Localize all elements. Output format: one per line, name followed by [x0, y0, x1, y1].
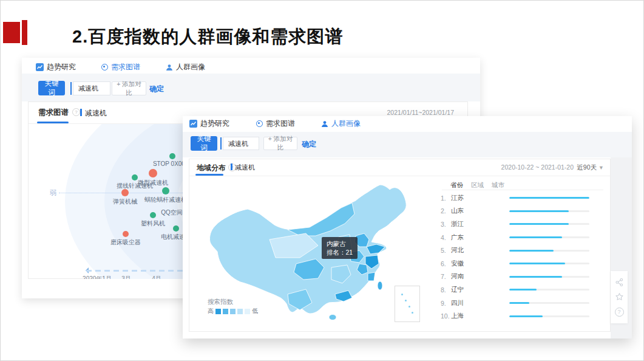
bar-track: [509, 223, 589, 225]
legend-high-label: 高: [208, 307, 214, 315]
tab-underline: [37, 122, 69, 123]
x-tick-label: 2020年1月: [83, 275, 112, 279]
ranking-row[interactable]: 10.上海: [441, 309, 606, 323]
bar-track: [509, 236, 589, 238]
province-name: 江苏: [451, 194, 509, 202]
confirm-link[interactable]: 确定: [302, 139, 316, 150]
add-compare-button[interactable]: + 添加对比: [263, 137, 297, 150]
rank-number: 2.: [441, 207, 451, 215]
nav-crowd-portrait[interactable]: 人群画像: [321, 119, 361, 129]
keyword-button[interactable]: 关键词: [38, 81, 65, 95]
keyword-button[interactable]: 关键词: [191, 136, 217, 151]
legend-swatch: [230, 309, 236, 314]
legend-swatch: [215, 309, 221, 314]
card-header: 地域分布 ? 减速机 2020-10-22 ~ 2021-01-20 | 近90…: [189, 159, 610, 176]
nav-label: 人群画像: [176, 62, 205, 72]
region-tab-城市[interactable]: 城市: [492, 181, 504, 190]
keyword-bar: 关键词 + 添加对比 确定: [22, 74, 480, 101]
red-accent-bar: [22, 20, 27, 45]
legend-swatch: [245, 309, 250, 314]
province-name: 上海: [451, 312, 509, 320]
period-dropdown[interactable]: 近90天: [577, 163, 597, 172]
chevron-down-icon[interactable]: ▾: [600, 163, 603, 171]
ranking-row[interactable]: 2.山东: [441, 205, 606, 218]
person-icon: [321, 120, 328, 128]
date-range: 2020-10-22 ~ 2021-01-20: [501, 163, 574, 171]
bar-fill: [509, 315, 543, 317]
nav-label: 趋势研究: [47, 62, 76, 72]
ranking-row[interactable]: 3.浙江: [441, 218, 606, 231]
tab-demand-graph[interactable]: 需求图谱: [38, 108, 69, 118]
rank-number: 10.: [441, 312, 451, 320]
nav-demand-graph[interactable]: 需求图谱: [256, 119, 295, 129]
trend-chart-icon: [189, 120, 197, 128]
keyword-input[interactable]: [73, 81, 110, 95]
add-compare-button[interactable]: + 添加对比: [112, 81, 146, 95]
south-china-sea-inset: [395, 286, 420, 322]
ranking-row[interactable]: 5.河北: [441, 244, 606, 257]
nav-crowd-portrait[interactable]: 人群画像: [166, 62, 205, 72]
bar-fill: [509, 302, 529, 304]
region-tab-省份[interactable]: 省份: [450, 181, 463, 190]
rank-number: 6.: [441, 260, 451, 267]
ranking-row[interactable]: 6.安徽: [441, 257, 606, 270]
red-accent-block: [3, 22, 20, 43]
series-label: 减速机: [235, 163, 255, 172]
rank-number: 4.: [441, 234, 451, 241]
ranking-row[interactable]: 9.四川: [441, 297, 606, 310]
rank-number: 8.: [441, 286, 451, 294]
bar-track: [509, 315, 589, 317]
bar-fill: [509, 276, 562, 278]
region-distribution-card: 地域分布 ? 减速机 2020-10-22 ~ 2021-01-20 | 近90…: [189, 159, 611, 332]
share-icon[interactable]: [615, 278, 624, 287]
map-tooltip: 内蒙古 排名：21: [322, 237, 358, 259]
nav-trend-research[interactable]: 趋势研究: [36, 62, 76, 72]
keyword-bar: 关键词 + 添加对比 确定: [183, 132, 632, 157]
nav-label: 人群画像: [331, 119, 361, 129]
bar-fill: [509, 236, 562, 238]
star-icon[interactable]: [615, 292, 624, 301]
tab-underline: [195, 174, 223, 176]
province-ranking-list: 1.江苏2.山东3.浙江4.广东5.河北6.安徽7.河南8.辽宁9.四川10.上…: [441, 191, 606, 323]
nav-label: 需求图谱: [266, 119, 295, 129]
info-icon[interactable]: ?: [72, 108, 80, 116]
region-tab-区域[interactable]: 区域: [471, 181, 484, 190]
series-color-bar: [231, 163, 232, 170]
map-legend-title: 搜索指数: [208, 298, 233, 306]
province-name: 辽宁: [451, 286, 509, 294]
province-name: 山东: [451, 207, 509, 215]
bar-fill: [509, 197, 589, 199]
rank-number: 1.: [441, 194, 451, 202]
bar-fill: [509, 210, 569, 212]
confirm-link[interactable]: 确定: [149, 84, 164, 94]
bar-fill: [509, 250, 554, 252]
tab-region-distribution[interactable]: 地域分布: [197, 163, 226, 173]
date-range: 2021/01/11~2021/01/17: [387, 109, 454, 116]
slide: 2.百度指数的人群画像和需求图谱 趋势研究 需求图谱 人群画像 关键词 + 添加…: [0, 0, 644, 361]
bar-fill: [509, 263, 565, 264]
nav-demand-graph[interactable]: 需求图谱: [101, 62, 140, 72]
rank-number: 7.: [441, 273, 451, 280]
nav-label: 需求图谱: [111, 62, 140, 72]
x-tick-label: 4月: [152, 275, 161, 279]
ranking-row[interactable]: 4.广东: [441, 231, 606, 244]
province-name: 河北: [451, 246, 509, 255]
keyword-input[interactable]: [223, 137, 259, 150]
ranking-row[interactable]: 7.河南: [441, 270, 606, 284]
bar-track: [509, 210, 589, 212]
bar-track: [509, 289, 589, 291]
bar-track: [509, 197, 589, 199]
legend-swatch: [223, 309, 228, 314]
nav-label: 趋势研究: [200, 119, 229, 129]
keyword-accent: [70, 82, 72, 95]
province-zhejiang: [368, 272, 375, 281]
province-taiwan: [378, 281, 382, 290]
ranking-row[interactable]: 1.江苏: [441, 191, 606, 205]
map-legend-scale: 高 低: [208, 307, 258, 315]
help-icon[interactable]: ?: [615, 308, 624, 317]
nav-trend-research[interactable]: 趋势研究: [189, 119, 229, 129]
province-name: 广东: [451, 233, 509, 242]
bar-track: [509, 302, 589, 304]
ranking-row[interactable]: 8.辽宁: [441, 283, 606, 297]
rank-number: 5.: [441, 247, 451, 254]
